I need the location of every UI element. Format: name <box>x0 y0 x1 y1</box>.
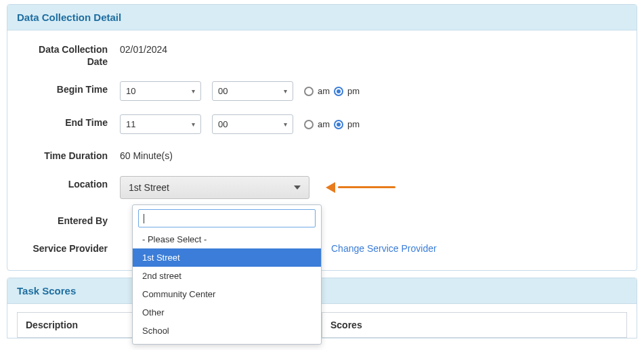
location-selected-value: 1st Street <box>129 182 169 193</box>
value-duration: 60 Minute(s) <box>120 146 626 161</box>
row-entered-by: Entered By <box>18 211 626 227</box>
row-begin-time: Begin Time 10 ▾ 00 ▾ am pm <box>18 80 626 101</box>
begin-hour-value: 10 <box>126 86 135 96</box>
value-begin-time: 10 ▾ 00 ▾ am pm <box>120 80 626 101</box>
begin-pm-label: pm <box>347 86 360 96</box>
change-service-provider-link[interactable]: Change Service Provider <box>331 243 437 254</box>
panel-body: Data Collection Date 02/01/2024 Begin Ti… <box>7 30 637 270</box>
end-pm-label: pm <box>347 119 360 129</box>
location-search-input[interactable] <box>144 213 310 223</box>
chevron-down-icon: ▾ <box>192 121 195 128</box>
value-date: 02/01/2024 <box>120 40 626 55</box>
row-end-time: End Time 11 ▾ 00 ▾ am pm <box>18 113 626 134</box>
col-scores: Scores <box>322 313 626 337</box>
label-entered-by: Entered By <box>18 211 120 227</box>
location-combo[interactable]: 1st Street <box>120 176 309 199</box>
label-service-provider: Service Provider <box>18 239 120 255</box>
location-option-1st-street[interactable]: 1st Street <box>133 248 321 267</box>
label-begin-time: Begin Time <box>18 80 120 96</box>
end-am-radio[interactable] <box>304 120 314 129</box>
data-collection-detail-panel: Data Collection Detail Data Collection D… <box>7 4 637 271</box>
location-option-school[interactable]: School <box>133 322 321 340</box>
row-service-provider: Service Provider Change Service Provider <box>18 239 626 255</box>
value-end-time: 11 ▾ 00 ▾ am pm <box>120 113 626 134</box>
location-option-other[interactable]: Other <box>133 303 321 322</box>
row-duration: Time Duration 60 Minute(s) <box>18 146 626 162</box>
panel-title: Data Collection Detail <box>7 5 637 30</box>
end-minute-value: 00 <box>218 119 228 129</box>
end-ampm-group: am pm <box>304 119 360 129</box>
end-hour-select[interactable]: 11 ▾ <box>120 114 201 134</box>
begin-pm-radio[interactable] <box>334 87 343 96</box>
task-scores-panel: Task Scores Description Scores <box>7 278 637 338</box>
begin-ampm-group: am pm <box>304 86 360 96</box>
end-pm-radio[interactable] <box>334 120 343 129</box>
begin-minute-select[interactable]: 00 ▾ <box>212 81 293 101</box>
task-scores-title: Task Scores <box>7 278 637 304</box>
begin-minute-value: 00 <box>218 86 228 96</box>
arrow-head-icon <box>326 182 335 193</box>
value-location: 1st Street <box>120 175 626 199</box>
end-am-label: am <box>318 119 330 129</box>
location-dropdown-open: - Please Select - 1st Street 2nd street … <box>132 204 322 345</box>
row-date: Data Collection Date 02/01/2024 <box>18 40 626 68</box>
row-location: Location 1st Street <box>18 175 626 199</box>
callout-arrow <box>326 182 395 193</box>
label-date: Data Collection Date <box>18 40 120 68</box>
begin-am-label: am <box>318 86 330 96</box>
caret-down-icon <box>294 185 301 190</box>
end-minute-select[interactable]: 00 ▾ <box>212 114 293 134</box>
location-option-2nd-street[interactable]: 2nd street <box>133 267 321 285</box>
label-end-time: End Time <box>18 113 120 129</box>
begin-hour-select[interactable]: 10 ▾ <box>120 81 201 101</box>
chevron-down-icon: ▾ <box>284 87 287 95</box>
label-location: Location <box>18 175 120 191</box>
chevron-down-icon: ▾ <box>192 87 195 95</box>
location-search-box[interactable] <box>138 209 316 227</box>
task-scores-table: Description Scores <box>17 312 627 338</box>
chevron-down-icon: ▾ <box>284 121 287 128</box>
arrow-line-icon <box>338 186 395 188</box>
end-hour-value: 11 <box>126 119 135 129</box>
label-duration: Time Duration <box>18 146 120 162</box>
location-option-community-center[interactable]: Community Center <box>133 285 321 303</box>
location-option-please-select[interactable]: - Please Select - <box>133 230 321 248</box>
begin-am-radio[interactable] <box>304 87 314 96</box>
